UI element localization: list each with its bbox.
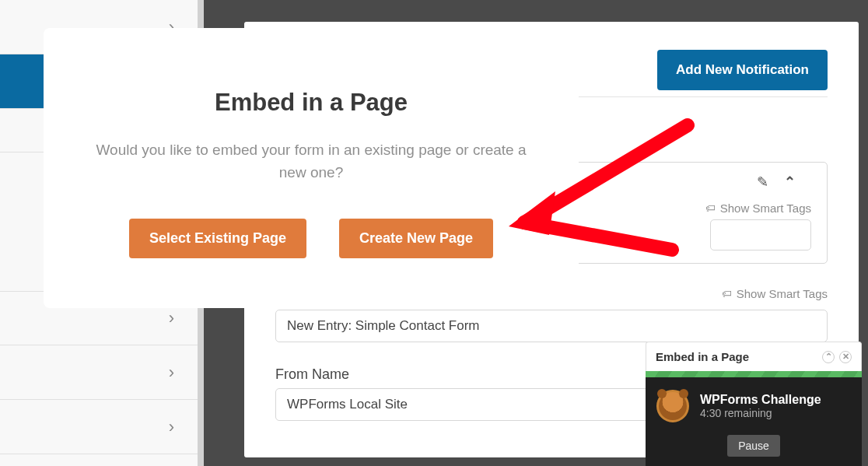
smart-tags-toggle[interactable]: 🏷 Show Smart Tags — [722, 287, 828, 300]
select-existing-page-button[interactable]: Select Existing Page — [129, 219, 306, 258]
smart-tags-label: Show Smart Tags — [737, 287, 828, 300]
challenge-footer: Pause — [646, 435, 862, 466]
wpforms-challenge-popup: Embed in a Page ⌃ ✕ WPForms Challenge 4:… — [646, 342, 862, 466]
minimize-icon[interactable]: ⌃ — [822, 351, 835, 363]
send-to-input[interactable] — [710, 219, 811, 251]
create-new-page-button[interactable]: Create New Page — [339, 219, 493, 258]
modal-button-group: Select Existing Page Create New Page — [81, 219, 541, 258]
chevron-right-icon: › — [169, 417, 174, 437]
chevron-right-icon: › — [169, 363, 174, 383]
challenge-progress-stripe — [646, 371, 862, 377]
challenge-body: WPForms Challenge 4:30 remaining — [646, 377, 862, 435]
from-name-label: From Name — [275, 366, 349, 383]
add-new-notification-button[interactable]: Add New Notification — [657, 50, 828, 90]
close-icon[interactable]: ✕ — [839, 351, 852, 363]
challenge-popup-title: Embed in a Page — [656, 350, 749, 363]
sidebar-item-5[interactable]: › — [0, 400, 198, 454]
chevron-right-icon: › — [169, 308, 174, 328]
sidebar-item-4[interactable]: › — [0, 345, 198, 400]
modal-description: Would you like to embed your form in an … — [81, 138, 541, 184]
wpforms-mascot-icon — [656, 390, 689, 422]
challenge-title: WPForms Challenge — [700, 393, 821, 407]
email-subject-input[interactable] — [275, 310, 828, 342]
smart-tags-label: Show Smart Tags — [720, 201, 811, 215]
modal-title: Embed in a Page — [81, 89, 541, 117]
edit-icon[interactable]: ✎ — [757, 173, 768, 191]
challenge-remaining-time: 4:30 remaining — [700, 407, 821, 419]
pause-button[interactable]: Pause — [727, 435, 780, 457]
embed-in-page-modal: Embed in a Page Would you like to embed … — [44, 28, 579, 308]
tag-icon: 🏷 — [705, 202, 716, 214]
chevron-up-icon[interactable]: ⌃ — [784, 173, 796, 191]
challenge-popup-header: Embed in a Page ⌃ ✕ — [646, 342, 862, 371]
tag-icon: 🏷 — [722, 288, 732, 300]
